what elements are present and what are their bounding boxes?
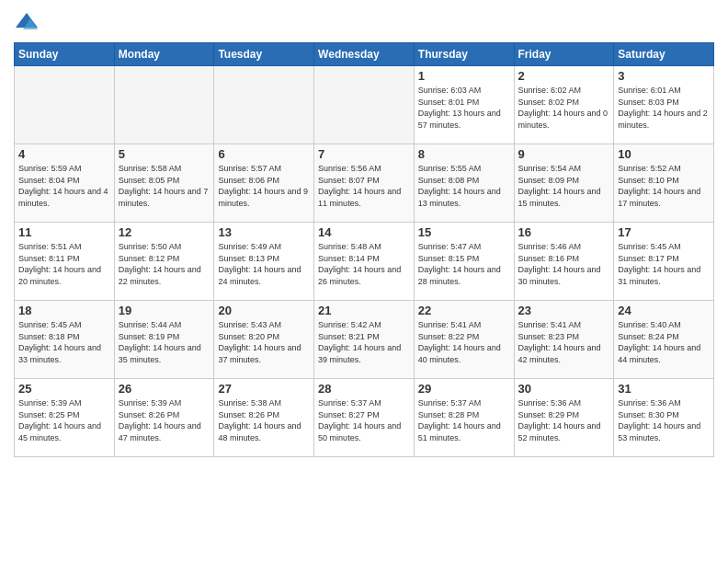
day-info: Sunrise: 5:56 AMSunset: 8:07 PMDaylight:… <box>318 163 410 209</box>
day-info: Sunrise: 5:54 AMSunset: 8:09 PMDaylight:… <box>518 163 610 209</box>
day-info: Sunrise: 5:40 AMSunset: 8:24 PMDaylight:… <box>618 319 710 365</box>
calendar-cell: 15Sunrise: 5:47 AMSunset: 8:15 PMDayligh… <box>414 223 514 301</box>
calendar-cell: 14Sunrise: 5:48 AMSunset: 8:14 PMDayligh… <box>314 223 415 301</box>
calendar-cell: 3Sunrise: 6:01 AMSunset: 8:03 PMDaylight… <box>614 66 714 144</box>
day-info: Sunrise: 5:41 AMSunset: 8:22 PMDaylight:… <box>418 319 510 365</box>
day-number: 9 <box>518 147 610 161</box>
calendar-cell: 21Sunrise: 5:42 AMSunset: 8:21 PMDayligh… <box>314 301 415 379</box>
day-number: 22 <box>418 304 510 317</box>
day-info: Sunrise: 5:46 AMSunset: 8:16 PMDaylight:… <box>518 241 610 287</box>
day-info: Sunrise: 6:01 AMSunset: 8:03 PMDaylight:… <box>618 85 710 131</box>
day-info: Sunrise: 5:39 AMSunset: 8:25 PMDaylight:… <box>18 397 110 443</box>
calendar-cell: 29Sunrise: 5:37 AMSunset: 8:28 PMDayligh… <box>414 379 514 457</box>
day-number: 11 <box>18 225 110 239</box>
day-info: Sunrise: 5:37 AMSunset: 8:28 PMDaylight:… <box>418 397 510 443</box>
day-number: 26 <box>119 382 210 396</box>
day-info: Sunrise: 5:44 AMSunset: 8:19 PMDaylight:… <box>119 319 210 365</box>
day-number: 3 <box>618 69 710 83</box>
day-number: 17 <box>618 225 710 239</box>
day-number: 2 <box>518 69 610 83</box>
calendar-cell: 27Sunrise: 5:38 AMSunset: 8:26 PMDayligh… <box>214 379 314 457</box>
day-info: Sunrise: 5:39 AMSunset: 8:26 PMDaylight:… <box>119 397 210 443</box>
day-info: Sunrise: 5:59 AMSunset: 8:04 PMDaylight:… <box>18 163 110 209</box>
calendar-week-4: 18Sunrise: 5:45 AMSunset: 8:18 PMDayligh… <box>15 301 714 379</box>
day-info: Sunrise: 5:36 AMSunset: 8:30 PMDaylight:… <box>618 397 710 443</box>
day-number: 7 <box>318 147 410 161</box>
day-header-saturday: Saturday <box>614 43 714 66</box>
calendar-cell: 28Sunrise: 5:37 AMSunset: 8:27 PMDayligh… <box>314 379 415 457</box>
day-info: Sunrise: 6:02 AMSunset: 8:02 PMDaylight:… <box>518 85 610 131</box>
calendar-header-row: SundayMondayTuesdayWednesdayThursdayFrid… <box>15 43 714 66</box>
day-number: 15 <box>418 225 510 239</box>
day-info: Sunrise: 5:50 AMSunset: 8:12 PMDaylight:… <box>119 241 210 287</box>
day-info: Sunrise: 5:36 AMSunset: 8:29 PMDaylight:… <box>518 397 610 443</box>
day-info: Sunrise: 5:37 AMSunset: 8:27 PMDaylight:… <box>318 397 410 443</box>
logo-icon <box>14 9 40 35</box>
calendar-cell: 13Sunrise: 5:49 AMSunset: 8:13 PMDayligh… <box>214 223 314 301</box>
day-number: 10 <box>618 147 710 161</box>
calendar-cell: 8Sunrise: 5:55 AMSunset: 8:08 PMDaylight… <box>414 144 514 223</box>
logo <box>14 9 43 35</box>
calendar-cell: 30Sunrise: 5:36 AMSunset: 8:29 PMDayligh… <box>514 379 614 457</box>
day-info: Sunrise: 5:55 AMSunset: 8:08 PMDaylight:… <box>418 163 510 209</box>
calendar-cell: 11Sunrise: 5:51 AMSunset: 8:11 PMDayligh… <box>15 223 115 301</box>
day-number: 21 <box>318 304 410 317</box>
day-info: Sunrise: 5:45 AMSunset: 8:17 PMDaylight:… <box>618 241 710 287</box>
day-info: Sunrise: 5:52 AMSunset: 8:10 PMDaylight:… <box>618 163 710 209</box>
calendar-cell: 25Sunrise: 5:39 AMSunset: 8:25 PMDayligh… <box>15 379 115 457</box>
calendar: SundayMondayTuesdayWednesdayThursdayFrid… <box>14 42 714 457</box>
day-number: 27 <box>218 382 310 396</box>
calendar-cell: 22Sunrise: 5:41 AMSunset: 8:22 PMDayligh… <box>414 301 514 379</box>
day-info: Sunrise: 5:48 AMSunset: 8:14 PMDaylight:… <box>318 241 410 287</box>
day-number: 14 <box>318 225 410 239</box>
day-info: Sunrise: 5:38 AMSunset: 8:26 PMDaylight:… <box>218 397 310 443</box>
day-info: Sunrise: 5:47 AMSunset: 8:15 PMDaylight:… <box>418 241 510 287</box>
calendar-cell <box>314 66 415 144</box>
day-info: Sunrise: 5:45 AMSunset: 8:18 PMDaylight:… <box>18 319 110 365</box>
day-header-friday: Friday <box>514 43 614 66</box>
calendar-cell: 20Sunrise: 5:43 AMSunset: 8:20 PMDayligh… <box>214 301 314 379</box>
day-number: 16 <box>518 225 610 239</box>
calendar-cell: 1Sunrise: 6:03 AMSunset: 8:01 PMDaylight… <box>414 66 514 144</box>
day-number: 30 <box>518 382 610 396</box>
calendar-cell: 4Sunrise: 5:59 AMSunset: 8:04 PMDaylight… <box>15 144 115 223</box>
calendar-week-1: 1Sunrise: 6:03 AMSunset: 8:01 PMDaylight… <box>15 66 714 144</box>
day-number: 18 <box>18 304 110 317</box>
calendar-cell <box>114 66 214 144</box>
day-number: 12 <box>119 225 210 239</box>
calendar-cell: 17Sunrise: 5:45 AMSunset: 8:17 PMDayligh… <box>614 223 714 301</box>
day-header-wednesday: Wednesday <box>314 43 415 66</box>
day-number: 5 <box>119 147 210 161</box>
calendar-body: 1Sunrise: 6:03 AMSunset: 8:01 PMDaylight… <box>15 66 714 457</box>
day-header-tuesday: Tuesday <box>214 43 314 66</box>
day-info: Sunrise: 5:43 AMSunset: 8:20 PMDaylight:… <box>218 319 310 365</box>
calendar-week-5: 25Sunrise: 5:39 AMSunset: 8:25 PMDayligh… <box>15 379 714 457</box>
day-number: 28 <box>318 382 410 396</box>
day-number: 8 <box>418 147 510 161</box>
day-header-sunday: Sunday <box>15 43 115 66</box>
calendar-cell: 18Sunrise: 5:45 AMSunset: 8:18 PMDayligh… <box>15 301 115 379</box>
day-number: 24 <box>618 304 710 317</box>
day-number: 19 <box>119 304 210 317</box>
day-number: 25 <box>18 382 110 396</box>
day-number: 4 <box>18 147 110 161</box>
page: SundayMondayTuesdayWednesdayThursdayFrid… <box>0 0 728 563</box>
calendar-cell: 9Sunrise: 5:54 AMSunset: 8:09 PMDaylight… <box>514 144 614 223</box>
calendar-cell: 24Sunrise: 5:40 AMSunset: 8:24 PMDayligh… <box>614 301 714 379</box>
day-number: 20 <box>218 304 310 317</box>
calendar-cell <box>15 66 115 144</box>
day-info: Sunrise: 6:03 AMSunset: 8:01 PMDaylight:… <box>418 85 510 131</box>
calendar-cell: 16Sunrise: 5:46 AMSunset: 8:16 PMDayligh… <box>514 223 614 301</box>
calendar-cell: 5Sunrise: 5:58 AMSunset: 8:05 PMDaylight… <box>114 144 214 223</box>
day-info: Sunrise: 5:58 AMSunset: 8:05 PMDaylight:… <box>119 163 210 209</box>
calendar-cell: 26Sunrise: 5:39 AMSunset: 8:26 PMDayligh… <box>114 379 214 457</box>
calendar-cell: 10Sunrise: 5:52 AMSunset: 8:10 PMDayligh… <box>614 144 714 223</box>
day-header-thursday: Thursday <box>414 43 514 66</box>
calendar-cell <box>214 66 314 144</box>
day-info: Sunrise: 5:41 AMSunset: 8:23 PMDaylight:… <box>518 319 610 365</box>
day-info: Sunrise: 5:57 AMSunset: 8:06 PMDaylight:… <box>218 163 310 209</box>
day-number: 13 <box>218 225 310 239</box>
day-number: 29 <box>418 382 510 396</box>
day-number: 31 <box>618 382 710 396</box>
day-info: Sunrise: 5:42 AMSunset: 8:21 PMDaylight:… <box>318 319 410 365</box>
